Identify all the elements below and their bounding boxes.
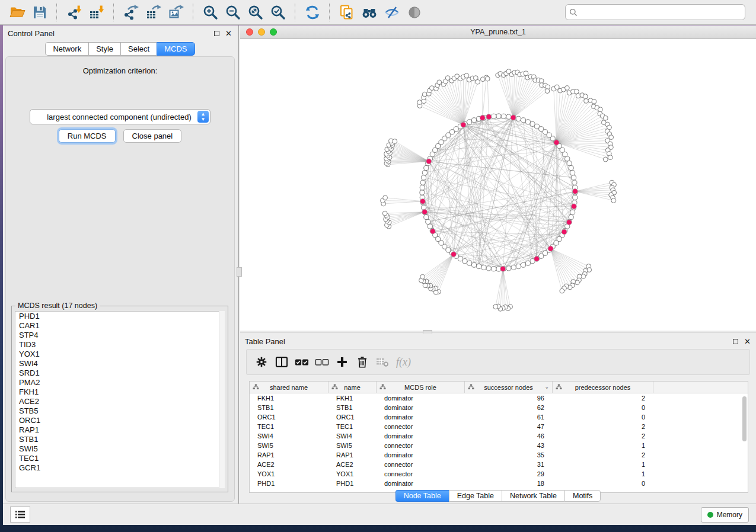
- table-cell: 2: [553, 395, 653, 402]
- table-row[interactable]: SWI5SWI5connector431: [250, 441, 748, 450]
- zoom-in-icon[interactable]: [201, 3, 220, 22]
- mcds-result-item[interactable]: SWI5: [15, 444, 224, 454]
- add-column-icon[interactable]: [332, 353, 352, 371]
- memory-button[interactable]: Memory: [701, 507, 749, 523]
- close-table-panel-button[interactable]: ✕: [744, 338, 751, 345]
- unselect-all-columns-icon[interactable]: [312, 353, 332, 371]
- table-cell: FKH1: [328, 395, 377, 402]
- search-field[interactable]: [565, 4, 745, 20]
- optimization-criterion-dropdown[interactable]: largest connected component (undirected)…: [30, 109, 210, 124]
- column-header-MCDS-role[interactable]: MCDS role: [377, 382, 465, 393]
- table-cell: STB1: [328, 404, 377, 411]
- show-panels-list-button[interactable]: [10, 507, 30, 523]
- zoom-fit-icon[interactable]: [246, 3, 265, 22]
- table-panel-tabs: Node Table Edge Table Network Table Moti…: [240, 490, 756, 502]
- splitter-grip[interactable]: [237, 267, 242, 277]
- clone-network-icon[interactable]: [337, 3, 356, 22]
- column-header-successor-nodes[interactable]: successor nodes⌄: [465, 382, 553, 393]
- table-row[interactable]: ORC1ORC1dominator610: [250, 412, 748, 422]
- table-row[interactable]: TEC1TEC1connector472: [250, 422, 748, 431]
- run-mcds-button[interactable]: Run MCDS: [59, 129, 116, 143]
- mcds-result-list[interactable]: PHD1CAR1STP4TID3YOX1SWI4SRD1PMA2FKH1ACE2…: [15, 311, 225, 488]
- memory-status-icon: [707, 512, 713, 518]
- table-cell: PHD1: [250, 480, 328, 487]
- select-all-columns-icon[interactable]: [292, 353, 312, 371]
- export-image-icon[interactable]: [167, 3, 186, 22]
- tab-node-table[interactable]: Node Table: [395, 490, 449, 502]
- table-row[interactable]: STB1STB1dominator620: [250, 403, 748, 412]
- zoom-selected-icon[interactable]: [269, 3, 288, 22]
- tab-edge-table[interactable]: Edge Table: [449, 490, 502, 502]
- table-scrollbar[interactable]: [742, 394, 747, 491]
- mcds-result-group: MCDS result (17 nodes) PHD1CAR1STP4TID3Y…: [11, 306, 228, 492]
- column-header-name[interactable]: name: [328, 382, 377, 393]
- table-cell: dominator: [377, 432, 465, 440]
- tab-network-table[interactable]: Network Table: [502, 490, 564, 502]
- open-folder-icon[interactable]: [8, 3, 27, 22]
- export-network-icon[interactable]: [122, 3, 141, 22]
- table-row[interactable]: SWI4SWI4dominator462: [250, 431, 748, 441]
- control-panel: Control Panel ✕ Network Style Select MCD…: [3, 25, 237, 504]
- mcds-result-item[interactable]: YOX1: [15, 350, 224, 359]
- network-view[interactable]: [240, 39, 756, 331]
- mcds-result-item[interactable]: PMA2: [15, 378, 224, 387]
- tab-mcds[interactable]: MCDS: [157, 42, 194, 56]
- close-panel-button[interactable]: ✕: [225, 30, 232, 37]
- table-settings-gear-icon[interactable]: [251, 353, 272, 371]
- detail-eye-icon[interactable]: [405, 3, 424, 22]
- tab-motifs[interactable]: Motifs: [564, 490, 601, 502]
- import-table-icon[interactable]: [87, 3, 106, 22]
- table-cell: 29: [465, 470, 553, 477]
- hide-details-eye-icon[interactable]: [382, 3, 401, 22]
- table-panel-title: Table Panel: [245, 337, 728, 346]
- search-input[interactable]: [580, 8, 741, 17]
- network-window: YPA_prune.txt_1: [240, 25, 756, 331]
- refresh-icon[interactable]: [303, 3, 322, 22]
- table-row[interactable]: YOX1YOX1connector291: [250, 469, 748, 479]
- mcds-result-item[interactable]: STB5: [15, 406, 224, 416]
- main-toolbar: [0, 0, 756, 25]
- table-cell: SWI5: [250, 442, 328, 449]
- table-cell: dominator: [377, 404, 465, 411]
- show-column-panel-icon[interactable]: [272, 353, 292, 371]
- mcds-result-item[interactable]: FKH1: [15, 387, 224, 397]
- tab-network[interactable]: Network: [45, 42, 88, 56]
- save-icon[interactable]: [30, 3, 49, 22]
- export-table-icon[interactable]: [144, 3, 163, 22]
- close-panel-action-button[interactable]: Close panel: [123, 129, 182, 143]
- delete-column-icon[interactable]: [352, 353, 372, 371]
- float-panel-button[interactable]: [213, 30, 221, 37]
- mcds-result-item[interactable]: TID3: [15, 340, 224, 350]
- mcds-result-item[interactable]: STP4: [15, 331, 224, 340]
- mcds-result-item[interactable]: PHD1: [15, 312, 224, 321]
- table-cell: connector: [377, 461, 465, 468]
- table-cell: dominator: [377, 414, 465, 421]
- network-window-title: YPA_prune.txt_1: [240, 28, 756, 36]
- mcds-result-item[interactable]: TEC1: [15, 454, 224, 463]
- mcds-result-scrollbar[interactable]: [219, 311, 225, 488]
- mcds-result-item[interactable]: ACE2: [15, 397, 224, 406]
- zoom-out-icon[interactable]: [224, 3, 243, 22]
- mcds-result-item[interactable]: STB1: [15, 435, 224, 444]
- column-header-shared-name[interactable]: shared name: [250, 382, 328, 393]
- network-window-titlebar[interactable]: YPA_prune.txt_1: [240, 25, 756, 39]
- tab-style[interactable]: Style: [88, 42, 120, 56]
- table-row[interactable]: FKH1FKH1dominator962: [250, 393, 748, 403]
- table-row[interactable]: PHD1PHD1dominator180: [250, 479, 748, 488]
- mcds-result-item[interactable]: GCR1: [15, 463, 224, 473]
- table-row[interactable]: RAP1RAP1dominator352: [250, 450, 748, 460]
- mcds-result-item[interactable]: CAR1: [15, 321, 224, 331]
- table-cell: RAP1: [250, 451, 328, 459]
- dropdown-value: largest connected component (undirected): [30, 113, 196, 121]
- mcds-result-item[interactable]: SWI4: [15, 359, 224, 368]
- mcds-result-item[interactable]: RAP1: [15, 425, 224, 435]
- import-network-icon[interactable]: [65, 3, 84, 22]
- float-table-panel-button[interactable]: [732, 338, 739, 345]
- mcds-result-item[interactable]: ORC1: [15, 416, 224, 425]
- mcds-result-item[interactable]: SRD1: [15, 368, 224, 378]
- table-row[interactable]: ACE2ACE2connector311: [250, 460, 748, 469]
- column-header-predecessor-nodes[interactable]: predecessor nodes: [553, 382, 653, 393]
- network-canvas: [240, 39, 756, 331]
- binoculars-icon[interactable]: [360, 3, 379, 22]
- tab-select[interactable]: Select: [120, 42, 157, 56]
